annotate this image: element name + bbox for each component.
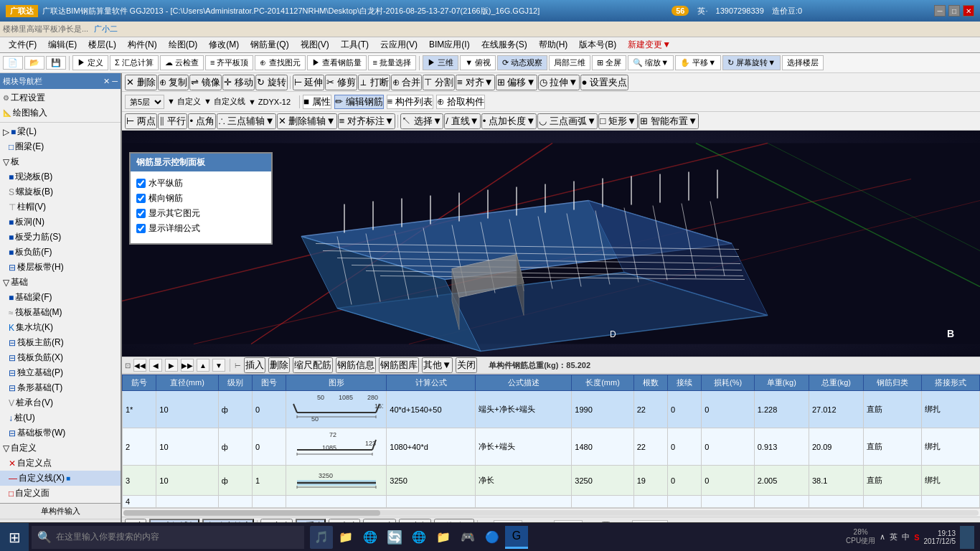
btn-merge[interactable]: ⊕ 合并 bbox=[391, 75, 423, 90]
btn-rebar-lib[interactable]: 钢筋图库 bbox=[379, 357, 419, 373]
menu-help[interactable]: 帮助(H) bbox=[533, 37, 574, 52]
tb-icon-3[interactable]: 🌐 bbox=[359, 526, 382, 549]
sidebar-item-spiral-slab[interactable]: S 螺旋板(B) bbox=[0, 184, 121, 199]
sidebar-item-stress-rebar[interactable]: ■ 板受力筋(S) bbox=[0, 230, 121, 245]
sidebar-item-cap[interactable]: ⊤ 柱帽(V) bbox=[0, 199, 121, 215]
tb-icon-7[interactable]: 🎮 bbox=[456, 526, 479, 549]
sidebar-item-iso-found[interactable]: ⊟ 独立基础(P) bbox=[0, 365, 121, 380]
btn-mirror[interactable]: ⇌ 镜像 bbox=[189, 75, 222, 90]
btn-component-list[interactable]: ≡ 构件列表 bbox=[387, 95, 433, 109]
btn-break[interactable]: ⊥ 打断 bbox=[358, 75, 390, 90]
sidebar-item-strip-found[interactable]: ⊟ 条形基础(T) bbox=[0, 380, 121, 395]
tb-icon-ggj[interactable]: G bbox=[505, 526, 528, 549]
btn-nav-prev[interactable]: ◀ bbox=[149, 359, 162, 372]
cb-show-formula[interactable]: 显示详细公式 bbox=[136, 222, 265, 235]
btn-delete-row[interactable]: 删除 bbox=[268, 357, 290, 373]
btn-view-rebar[interactable]: ▶ 查看钢筋量 bbox=[307, 55, 367, 70]
btn-scale-rebar[interactable]: 缩尺配筋 bbox=[293, 357, 333, 373]
sidebar-item-raft-main-rebar[interactable]: ⊟ 筏板主筋(R) bbox=[0, 335, 121, 350]
btn-edit-rebar[interactable]: ✏ 编辑钢筋 bbox=[334, 95, 384, 109]
menu-cloud[interactable]: 云应用(V) bbox=[374, 37, 423, 52]
btn-batch-select[interactable]: ≡ 批量选择 bbox=[368, 55, 416, 70]
btn-line[interactable]: / 直线▼ bbox=[444, 113, 481, 129]
btn-nav-first[interactable]: ◀◀ bbox=[133, 359, 146, 372]
sidebar-item-found-band[interactable]: ⊟ 基础板带(W) bbox=[0, 425, 121, 441]
btn-open[interactable]: 📂 bbox=[24, 56, 44, 70]
scrollbar-track[interactable] bbox=[123, 510, 979, 516]
menu-view[interactable]: 视图(V) bbox=[295, 37, 335, 52]
btn-nav-up[interactable]: ▲ bbox=[197, 359, 209, 372]
sidebar-item-sump[interactable]: K 集水坑(K) bbox=[0, 320, 121, 335]
sidebar-item-custom[interactable]: ▽ 自定义 bbox=[0, 441, 121, 456]
menu-bim[interactable]: BIM应用(I) bbox=[423, 37, 476, 52]
btn-new[interactable]: 📄 bbox=[3, 56, 23, 70]
sidebar-item-raft-neg-rebar[interactable]: ⊟ 筏板负筋(X) bbox=[0, 350, 121, 365]
btn-insert[interactable]: 插入 bbox=[244, 357, 265, 373]
btn-pan[interactable]: ✋ 平移▼ bbox=[675, 55, 721, 70]
btn-stretch[interactable]: ◷ 拉伸▼ bbox=[538, 75, 580, 90]
btn-set-grip[interactable]: ● 设置夹点 bbox=[580, 75, 629, 90]
btn-select-floor[interactable]: 选择楼层 bbox=[782, 55, 824, 70]
sidebar-item-custom-point[interactable]: ✕ 自定义点 bbox=[0, 456, 121, 471]
tb-icon-1[interactable]: 🎵 bbox=[310, 526, 333, 549]
tb-icon-5[interactable]: 🌐 bbox=[407, 526, 430, 549]
scrollbar-thumb[interactable] bbox=[123, 510, 380, 516]
btn-local-3d[interactable]: 局部三维 bbox=[549, 55, 590, 70]
systray-app-s[interactable]: S bbox=[914, 533, 919, 542]
btn-point-length[interactable]: • 点加长度▼ bbox=[481, 113, 537, 129]
sidebar-item-engineering[interactable]: ⚙ 工程设置 bbox=[0, 90, 121, 105]
btn-summary[interactable]: Σ 汇总计算 bbox=[110, 55, 159, 70]
menu-file[interactable]: 文件(F) bbox=[3, 37, 42, 52]
minimize-button[interactable]: ─ bbox=[934, 5, 946, 17]
menu-floor[interactable]: 楼层(L) bbox=[83, 37, 122, 52]
systray-ime[interactable]: 中 bbox=[902, 532, 910, 542]
btn-dynamic-view[interactable]: ⟳ 动态观察 bbox=[497, 55, 547, 70]
table-row[interactable]: 1* 10 ф 0 50 1085 280 161 bbox=[123, 391, 980, 428]
sidebar-item-foundation[interactable]: ▽ 基础 bbox=[0, 275, 121, 290]
tb-icon-6[interactable]: 📁 bbox=[432, 526, 455, 549]
btn-3d[interactable]: ▶ 三维 bbox=[423, 55, 458, 70]
sidebar-item-opening[interactable]: ■ 板洞(N) bbox=[0, 215, 121, 230]
btn-3arc[interactable]: ◡ 三点画弧▼ bbox=[537, 113, 598, 129]
sidebar-item-cast-slab[interactable]: ■ 现浇板(B) bbox=[0, 169, 121, 184]
sidebar-item-slab[interactable]: ▽ 板 bbox=[0, 154, 121, 169]
tb-icon-4[interactable]: 🔄 bbox=[383, 526, 406, 549]
show-desktop[interactable] bbox=[960, 526, 974, 549]
sidebar-item-custom-face[interactable]: □ 自定义面 bbox=[0, 486, 121, 501]
cb-horiz-rebar-input[interactable] bbox=[136, 194, 146, 203]
btn-move[interactable]: ✛ 移动 bbox=[222, 75, 255, 90]
btn-split[interactable]: ⊤ 分割 bbox=[423, 75, 455, 90]
btn-extend[interactable]: ⊢ 延伸 bbox=[293, 75, 325, 90]
menu-modify[interactable]: 修改(M) bbox=[203, 37, 245, 52]
systray-arrow[interactable]: ∧ bbox=[880, 532, 885, 542]
btn-level-plate[interactable]: ≡ 齐平板顶 bbox=[205, 55, 253, 70]
tb-icon-8[interactable]: 🔵 bbox=[481, 526, 504, 549]
sidebar-toggle[interactable]: ✕ ─ bbox=[103, 77, 118, 86]
start-button[interactable]: ⊞ bbox=[0, 523, 29, 552]
btn-other[interactable]: 其他▼ bbox=[422, 357, 453, 373]
menu-new-change[interactable]: 新建变更▼ bbox=[622, 37, 677, 52]
menu-version[interactable]: 版本号(B) bbox=[573, 37, 622, 52]
systray-lang-en[interactable]: 英 bbox=[890, 532, 897, 542]
btn-align[interactable]: ≡ 对齐▼ bbox=[456, 75, 495, 90]
btn-pick-component[interactable]: ⊕ 拾取构件 bbox=[436, 95, 485, 109]
table-row[interactable]: 3 10 ф 1 3250 bbox=[123, 466, 980, 496]
btn-rebar-info[interactable]: 钢筋信息 bbox=[336, 357, 376, 373]
btn-del-axis[interactable]: ✕ 删除辅轴▼ bbox=[277, 113, 337, 129]
menu-online[interactable]: 在线服务(S) bbox=[476, 37, 533, 52]
btn-select[interactable]: ↖ 选择▼ bbox=[400, 113, 443, 129]
cb-show-other[interactable]: 显示其它图元 bbox=[136, 207, 265, 220]
sidebar-item-ring-beam[interactable]: □ 圈梁(E) bbox=[0, 139, 121, 154]
btn-zoom[interactable]: 🔍 缩放▼ bbox=[628, 55, 674, 70]
close-button[interactable]: ✕ bbox=[963, 5, 974, 17]
btn-save[interactable]: 💾 bbox=[46, 56, 66, 70]
cb-show-other-input[interactable] bbox=[136, 209, 146, 218]
btn-point-angle[interactable]: • 点角 bbox=[188, 113, 215, 129]
btn-define[interactable]: ▶ 定义 bbox=[72, 55, 108, 70]
cb-horiz-rebar[interactable]: 横向钢筋 bbox=[136, 192, 265, 204]
btn-single-input[interactable]: 单构件输入 bbox=[0, 504, 121, 519]
menu-draw[interactable]: 绘图(D) bbox=[163, 37, 204, 52]
sidebar-item-pile[interactable]: ↓ 桩(U) bbox=[0, 410, 121, 425]
sidebar-item-raft[interactable]: ≈ 筏板基础(M) bbox=[0, 305, 121, 320]
btn-copy[interactable]: ⊕ 复制 bbox=[158, 75, 189, 90]
